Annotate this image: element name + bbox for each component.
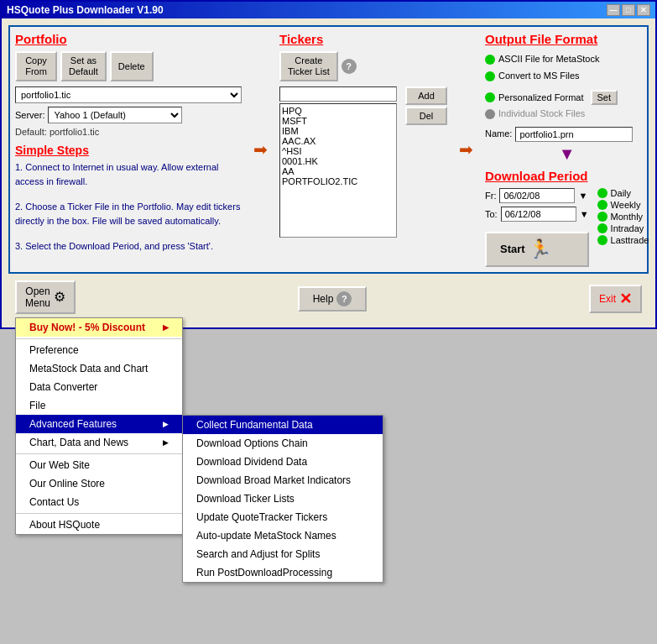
run-post-download-item[interactable]: Run PostDownloadProcessing <box>183 563 383 582</box>
portfolio-btn-row: Copy From Set as Default Delete <box>15 51 242 81</box>
set-format-button[interactable]: Set <box>591 90 618 105</box>
list-item[interactable]: IBM <box>282 126 394 136</box>
list-item[interactable]: PORTFOLIO2.TIC <box>282 176 394 186</box>
tickers-title: Tickers <box>279 32 447 46</box>
contact-menu-item[interactable]: Contact Us <box>16 493 182 511</box>
close-button[interactable]: ✕ <box>637 4 650 16</box>
download-options-chain-item[interactable]: Download Options Chain <box>183 434 383 453</box>
lasttrade-dot[interactable] <box>597 235 607 245</box>
our-store-menu-item[interactable]: Our Online Store <box>16 474 182 493</box>
data-converter-menu-item[interactable]: Data Converter <box>16 378 182 396</box>
download-period: Download Period Fr: ▼ To: ▼ <box>485 169 649 267</box>
download-broad-market-item[interactable]: Download Broad Market Indicators <box>183 471 383 490</box>
title-bar-buttons: — □ ✕ <box>607 4 650 16</box>
del-ticker-button[interactable]: Del <box>405 107 447 125</box>
title-bar: HSQuote Plus Downloader V1.90 — □ ✕ <box>2 2 655 18</box>
our-website-menu-item[interactable]: Our Web Site <box>16 456 182 474</box>
update-quotetracker-item[interactable]: Update QuoteTracker Tickers <box>183 508 383 526</box>
maximize-button[interactable]: □ <box>622 4 635 16</box>
weekly-label: Weekly <box>611 200 641 210</box>
lasttrade-label: Lasttrade <box>611 235 649 245</box>
daily-row: Daily <box>597 188 649 198</box>
server-label: Server: <box>15 110 44 120</box>
weekly-row: Weekly <box>597 200 649 210</box>
output-name-input[interactable] <box>515 127 633 142</box>
search-splits-item[interactable]: Search and Adjust for Splits <box>183 545 383 563</box>
from-label: Fr: <box>485 191 496 201</box>
main-window: HSQuote Plus Downloader V1.90 — □ ✕ Port… <box>0 0 657 329</box>
portfolio-section: Portfolio Copy From Set as Default <box>15 32 242 267</box>
main-content: Portfolio Copy From Set as Default <box>2 18 655 327</box>
monthly-dot[interactable] <box>597 212 607 222</box>
about-menu-item[interactable]: About HSQuote <box>16 516 182 534</box>
start-button[interactable]: Start 🏃 <box>485 232 589 267</box>
intraday-row: Intraday <box>597 223 649 233</box>
chart-data-news-menu-item[interactable]: Chart, Data and News <box>16 433 182 452</box>
gear-icon: ⚙ <box>54 289 65 305</box>
output-title: Output File Format <box>485 32 649 46</box>
date-inputs: Fr: ▼ To: ▼ Start 🏃 <box>485 188 589 267</box>
preference-menu-item[interactable]: Preference <box>16 341 182 359</box>
list-item[interactable]: 0001.HK <box>282 156 394 166</box>
menu-container: Open Menu ⚙ Buy Now! - 5% Discount Prefe… <box>15 280 76 317</box>
open-menu-button[interactable]: Open Menu ⚙ <box>15 280 76 314</box>
exit-x-icon: ✕ <box>619 290 632 308</box>
advanced-features-menu-item[interactable]: Advanced Features <box>16 415 182 433</box>
ticker-listbox[interactable]: HPQ MSFT IBM AAC.AX ^HSI 0001.HK AA PORT… <box>279 103 397 238</box>
set-default-button[interactable]: Set as Default <box>60 51 107 81</box>
portfolio-file-select[interactable]: portfolio1.tic <box>15 86 242 103</box>
add-ticker-button[interactable]: Add <box>405 86 447 105</box>
list-item[interactable]: AAC.AX <box>282 136 394 146</box>
ascii-dot[interactable] <box>485 55 495 65</box>
menu-divider-2 <box>16 453 182 454</box>
menu-divider-1 <box>16 338 182 339</box>
intraday-dot[interactable] <box>597 223 607 233</box>
buy-now-menu-item[interactable]: Buy Now! - 5% Discount <box>16 318 182 337</box>
download-period-title: Download Period <box>485 169 649 183</box>
name-row: Name: <box>485 126 649 143</box>
add-del-buttons: Add Del <box>405 86 447 125</box>
file-menu-item[interactable]: File <box>16 396 182 415</box>
advanced-submenu: Collect Fundamental Data Download Option… <box>182 415 383 583</box>
portfolio-title: Portfolio <box>15 32 242 46</box>
to-label: To: <box>485 209 498 219</box>
individual-dot[interactable] <box>485 109 495 119</box>
download-dividend-item[interactable]: Download Dividend Data <box>183 453 383 471</box>
from-row: Fr: ▼ <box>485 188 589 203</box>
intraday-label: Intraday <box>611 223 644 233</box>
default-portfolio-text: Default: portfolio1.tic <box>15 127 242 137</box>
auto-update-metastock-item[interactable]: Auto-update MetaStock Names <box>183 526 383 545</box>
collect-fundamental-item[interactable]: Collect Fundamental Data <box>183 416 383 434</box>
weekly-dot[interactable] <box>597 200 607 210</box>
list-item[interactable]: AA <box>282 166 394 176</box>
daily-dot[interactable] <box>597 188 607 198</box>
to-date-input[interactable] <box>501 207 576 222</box>
simple-steps: Simple Steps 1. Connect to Internet in u… <box>15 144 242 254</box>
tickers-help-icon[interactable]: ? <box>342 59 357 74</box>
convert-ms-dot[interactable] <box>485 71 495 81</box>
copy-from-button[interactable]: Copy From <box>15 51 57 81</box>
list-item[interactable]: MSFT <box>282 116 394 126</box>
server-select[interactable]: Yahoo 1 (Default) <box>48 107 182 123</box>
minimize-button[interactable]: — <box>607 4 620 16</box>
period-options: Daily Weekly Monthly <box>597 188 649 267</box>
create-ticker-list-button[interactable]: Create Ticker List <box>279 51 338 81</box>
advanced-features-wrapper: Advanced Features Collect Fundamental Da… <box>16 415 182 433</box>
list-item[interactable]: HPQ <box>282 106 394 116</box>
exit-button[interactable]: Exit ✕ <box>589 285 642 313</box>
metastock-menu-item[interactable]: MetaStock Data and Chart <box>16 359 182 378</box>
download-ticker-lists-item[interactable]: Download Ticker Lists <box>183 490 383 508</box>
ticker-input[interactable] <box>279 86 397 102</box>
from-dropdown-arrow[interactable]: ▼ <box>578 191 587 201</box>
help-button[interactable]: Help ? <box>298 286 368 312</box>
from-date-input[interactable] <box>499 188 575 203</box>
list-item[interactable]: ^HSI <box>282 146 394 156</box>
to-dropdown-arrow[interactable]: ▼ <box>580 209 589 219</box>
step2-text: 2. Choose a Ticker File in the Portfolio… <box>15 200 242 228</box>
tickers-to-output-arrow: ➡ <box>459 139 473 160</box>
personalized-dot[interactable] <box>485 92 495 102</box>
tickers-section: Tickers Create Ticker List ? HPQ <box>279 32 447 267</box>
output-section: Output File Format ASCII File for MetaSt… <box>485 32 649 267</box>
delete-button[interactable]: Delete <box>110 51 154 81</box>
bottom-bar: Open Menu ⚙ Buy Now! - 5% Discount Prefe… <box>8 277 649 321</box>
